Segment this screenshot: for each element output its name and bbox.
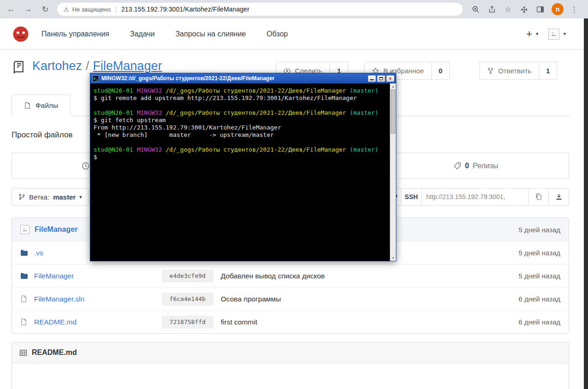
terminal-prompt-line: stud@N26-01 MINGW32 /d/_gogs/Работы студ…: [94, 146, 390, 153]
scrollbar-thumb[interactable]: [391, 89, 395, 134]
browser-toolbar: ← → ↻ ⚠ Не защищено 213.155.192.79:3001/…: [0, 0, 588, 18]
file-name-link[interactable]: README.md: [34, 318, 76, 326]
commit-message[interactable]: Осова программы: [221, 295, 281, 303]
terminal-prompt-line: stud@N26-01 MINGW32 /d/_gogs/Работы студ…: [94, 109, 390, 117]
bookmark-star-icon[interactable]: ☆: [503, 5, 512, 14]
commit-age: 6 дней назад: [518, 318, 560, 326]
download-archive-button[interactable]: [548, 188, 569, 206]
user-avatar[interactable]: [548, 29, 559, 40]
scroll-down-icon[interactable]: ▼: [390, 255, 396, 261]
history-icon: [82, 162, 90, 170]
nav-item-explore[interactable]: Обзор: [266, 30, 288, 38]
gogs-navbar: Панель управления Задачи Запросы на слия…: [0, 18, 588, 50]
fork-icon: [487, 67, 494, 75]
repo-book-icon: [12, 60, 25, 74]
commit-age: 6 дней назад: [518, 295, 560, 303]
star-count[interactable]: 0: [432, 62, 450, 80]
nav-right: + ▾ ▾: [526, 28, 566, 40]
terminal-prompt-line: stud@N26-01 MINGW32 /d/_gogs/Работы студ…: [94, 87, 390, 94]
clone-url-group: HTTP SSH: [377, 188, 569, 206]
fork-button-group: Ответвить 1: [479, 62, 557, 80]
new-repo-button[interactable]: +: [526, 28, 532, 40]
fork-count[interactable]: 1: [539, 62, 557, 80]
commit-hash-badge[interactable]: 7218758ffd: [162, 316, 213, 329]
maximize-button[interactable]: [377, 75, 385, 82]
terminal-app-icon: [92, 75, 99, 82]
address-bar[interactable]: ⚠ Не защищено 213.155.192.79:3001/Kartoh…: [57, 3, 463, 16]
branch-selector[interactable]: Ветка: master ▾: [12, 188, 89, 206]
share-icon[interactable]: [487, 5, 496, 14]
zoom-icon[interactable]: [471, 5, 480, 14]
table-row: README.md 7218758ffd first commit 6 дней…: [12, 310, 569, 333]
terminal-blank-line: [94, 139, 390, 146]
terminal-text-line: $ git remote add upstream http://213.155…: [94, 94, 390, 102]
repo-description: Простой файлов: [12, 130, 72, 140]
chevron-down-icon: ▾: [536, 31, 539, 37]
reload-button[interactable]: ↻: [39, 3, 51, 15]
side-panel-icon[interactable]: [535, 5, 545, 14]
terminal-text-line: $: [94, 153, 390, 161]
download-icon: [555, 193, 563, 200]
not-secure-warning-icon: ⚠: [64, 6, 69, 13]
file-icon: [20, 295, 28, 303]
browser-menu-icon[interactable]: ⋮: [570, 5, 578, 14]
file-name-link[interactable]: .vs: [34, 249, 43, 257]
scroll-up-icon[interactable]: ▲: [390, 83, 396, 89]
ssh-protocol-button[interactable]: SSH: [401, 188, 422, 206]
page-scrollbar[interactable]: [584, 18, 588, 389]
fork-label: Ответвить: [498, 67, 531, 75]
terminal-text-line: From http://213.155.192.79:3001/Kartohez…: [94, 124, 390, 131]
folder-icon: [20, 272, 28, 280]
terminal-text-line: * [new branch] master -> upstream/master: [94, 131, 390, 139]
forward-button[interactable]: →: [22, 3, 34, 15]
mingw-terminal-window[interactable]: MINGW32:/d/_gogs/Работы студентов/2021-2…: [90, 73, 396, 261]
branch-icon: [18, 193, 25, 200]
commit-message[interactable]: Добавлен вывод списка дисков: [221, 272, 325, 280]
committer-avatar: [20, 225, 29, 234]
nav-item-issues[interactable]: Задачи: [130, 30, 155, 38]
commit-hash-badge[interactable]: f6ca4e144b: [162, 293, 213, 306]
terminal-body[interactable]: stud@N26-01 MINGW32 /d/_gogs/Работы студ…: [90, 83, 390, 261]
gogs-logo-icon[interactable]: [12, 25, 29, 43]
terminal-scrollbar[interactable]: ▲ ▼: [390, 83, 396, 261]
table-row: FileManager e4de3cfe9d Добавлен вывод сп…: [12, 264, 569, 287]
nav-item-dashboard[interactable]: Панель управления: [41, 30, 109, 38]
file-name-link[interactable]: FileManager: [34, 272, 74, 280]
extensions-puzzle-icon[interactable]: [519, 5, 529, 14]
address-divider: [116, 6, 116, 13]
terminal-blank-line: [94, 102, 390, 109]
file-name-link[interactable]: FileManager.sln: [34, 295, 84, 303]
repo-name-link[interactable]: FileManager: [93, 59, 162, 73]
browser-actions: ☆ n ⋮: [471, 3, 580, 15]
readme-list-icon: [19, 349, 27, 357]
back-button[interactable]: ←: [5, 3, 17, 15]
clone-url-input[interactable]: [421, 188, 529, 206]
stat-releases[interactable]: 0 Релизы: [383, 153, 569, 178]
close-button[interactable]: ×: [386, 75, 394, 82]
readme-title: README.md: [32, 348, 77, 357]
fork-button[interactable]: Ответвить: [479, 62, 539, 80]
chevron-down-icon: ▾: [79, 194, 82, 200]
commit-age: 5 дней назад: [518, 249, 560, 257]
table-row: FileManager.sln f6ca4e144b Осова програм…: [12, 287, 569, 310]
terminal-titlebar[interactable]: MINGW32:/d/_gogs/Работы студентов/2021-2…: [90, 73, 396, 83]
browser-profile-avatar[interactable]: n: [552, 3, 564, 15]
commit-hash-badge[interactable]: e4de3cfe9d: [162, 270, 213, 283]
minimize-button[interactable]: [368, 75, 376, 82]
commit-message[interactable]: first commit: [221, 318, 257, 326]
terminal-title: MINGW32:/d/_gogs/Работы студентов/2021-2…: [101, 75, 368, 82]
repo-owner-link[interactable]: Kartohez: [32, 59, 82, 73]
security-label: Не защищено: [72, 6, 111, 13]
tag-icon: [453, 162, 461, 170]
nav-item-pull-requests[interactable]: Запросы на слияние: [176, 30, 246, 38]
tab-files[interactable]: Файлы: [12, 94, 71, 116]
folder-icon: [20, 249, 28, 257]
copy-icon: [535, 193, 542, 200]
header-repo-link[interactable]: FileManager: [35, 225, 77, 234]
repo-path-separator: /: [86, 59, 89, 73]
copy-url-button[interactable]: [528, 188, 549, 206]
commit-age: 5 дней назад: [518, 272, 560, 280]
tab-files-label: Файлы: [35, 101, 58, 110]
repo-title: Kartohez/FileManager: [32, 58, 162, 74]
chevron-down-icon[interactable]: ▾: [563, 31, 566, 37]
